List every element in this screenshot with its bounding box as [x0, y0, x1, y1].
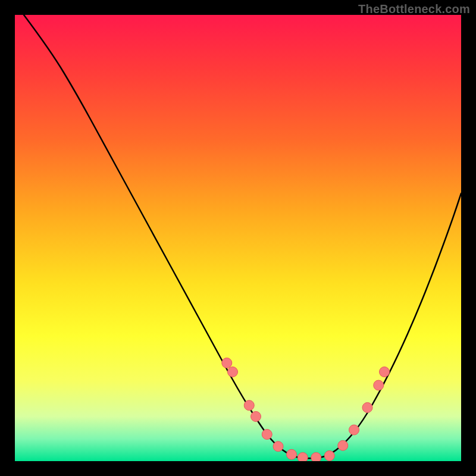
- attribution-text: TheBottleneck.com: [358, 2, 470, 16]
- chart-frame: TheBottleneck.com: [0, 0, 476, 476]
- plot-background: [15, 15, 461, 461]
